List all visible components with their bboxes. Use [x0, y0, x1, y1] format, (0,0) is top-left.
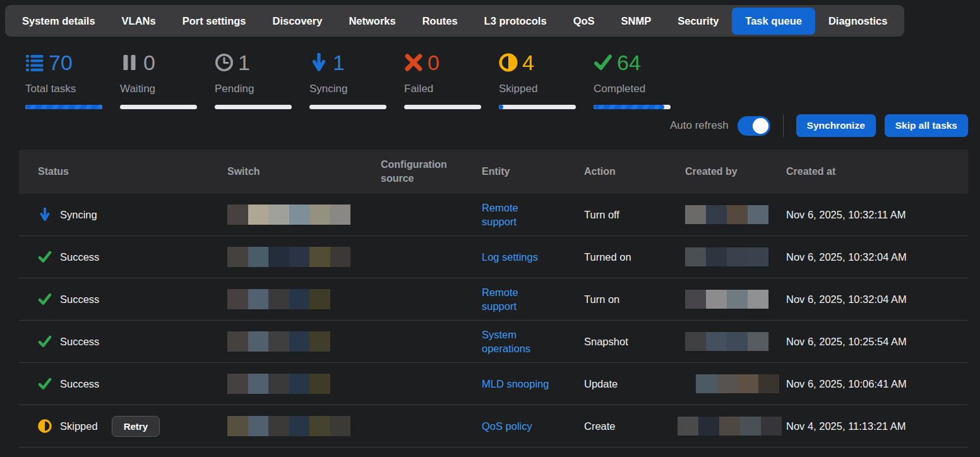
created-at-value: Nov 6, 2025, 10:06:41 AM [786, 377, 968, 391]
stat-progress-bar [404, 105, 481, 109]
stat-waiting: 0 Waiting [120, 50, 215, 109]
stat-failed: 0 Failed [404, 50, 499, 109]
half-circle-icon [38, 419, 52, 433]
skip-all-tasks-button[interactable]: Skip all tasks [885, 114, 968, 137]
action-value: Turn off [584, 208, 685, 222]
stat-value: 0 [427, 52, 439, 73]
column-header-switch: Switch [227, 165, 381, 179]
list-icon [25, 53, 44, 72]
created-at-value: Nov 4, 2025, 11:13:21 AM [786, 419, 968, 433]
entity-link[interactable]: MLD snooping [482, 377, 549, 391]
entity-link[interactable]: Remote support [482, 201, 540, 229]
entity-link[interactable]: System operations [482, 328, 545, 356]
stat-value: 1 [333, 52, 345, 73]
stat-label: Waiting [120, 83, 215, 95]
switch-redacted [227, 289, 381, 309]
tab-port-settings[interactable]: Port settings [169, 8, 260, 35]
status-label: Syncing [60, 208, 97, 222]
check-icon [38, 292, 52, 306]
stat-progress-bar [215, 105, 292, 109]
vertical-divider [783, 114, 784, 137]
tab-discovery[interactable]: Discovery [260, 8, 336, 35]
created-at-value: Nov 6, 2025, 10:32:04 AM [786, 292, 968, 306]
entity-link[interactable]: Remote support [482, 285, 540, 314]
switch-redacted [227, 205, 381, 225]
stat-pending: 1 Pending [215, 50, 309, 109]
check-icon [38, 377, 52, 391]
tab-diagnostics[interactable]: Diagnostics [815, 8, 901, 35]
pause-icon [120, 53, 139, 72]
status-label: Success [60, 250, 99, 264]
synchronize-button[interactable]: Synchronize [796, 114, 876, 137]
entity-link[interactable]: QoS policy [482, 419, 532, 433]
auto-refresh-label: Auto refresh [670, 119, 729, 132]
column-header-configuration-source: Configuration source [381, 158, 482, 185]
action-value: Snapshot [584, 335, 685, 348]
stat-value: 0 [143, 52, 155, 73]
table-row: Success Log settings Turned on Nov 6, 20… [19, 236, 968, 278]
check-icon [594, 53, 612, 72]
stat-value: 64 [617, 52, 641, 73]
switch-redacted [227, 416, 381, 436]
created-at-value: Nov 6, 2025, 10:25:54 AM [786, 335, 968, 348]
switch-redacted [227, 331, 381, 352]
stat-value: 1 [238, 52, 250, 73]
task-table: Status Switch Configuration source Entit… [19, 150, 968, 448]
status-label: Success [60, 292, 99, 306]
toggle-knob [753, 118, 768, 134]
check-icon [38, 250, 52, 264]
stat-completed: 64 Completed [594, 50, 688, 109]
table-row: Syncing Remote support Turn off Nov 6, 2… [19, 194, 968, 236]
action-value: Update [584, 377, 685, 391]
stat-progress-bar [25, 105, 102, 109]
stat-label: Completed [594, 83, 688, 95]
tab-l3-protocols[interactable]: L3 protocols [471, 8, 560, 35]
tab-vlans[interactable]: VLANs [109, 8, 169, 35]
stat-label: Skipped [499, 83, 594, 95]
tab-security[interactable]: Security [664, 8, 732, 35]
created-at-value: Nov 6, 2025, 10:32:11 AM [786, 208, 968, 222]
status-label: Success [60, 335, 99, 348]
stat-label: Failed [404, 83, 499, 95]
stat-progress-bar [594, 105, 671, 109]
top-tab-bar: System details VLANs Port settings Disco… [5, 5, 904, 37]
stat-syncing: 1 Syncing [309, 50, 404, 109]
stat-progress-bar [309, 105, 386, 109]
entity-link[interactable]: Log settings [482, 250, 538, 264]
action-value: Turn on [584, 292, 685, 306]
half-circle-icon [499, 53, 518, 72]
tab-routes[interactable]: Routes [409, 8, 471, 35]
stat-progress-bar [499, 105, 576, 109]
action-value: Create [584, 419, 685, 433]
table-row: Success MLD snooping Update Nov 6, 2025,… [19, 363, 968, 405]
created-by-redacted [678, 417, 786, 436]
tab-qos[interactable]: QoS [560, 8, 608, 35]
created-at-value: Nov 6, 2025, 10:32:04 AM [786, 250, 968, 264]
clock-icon [215, 53, 234, 72]
retry-button[interactable]: Retry [112, 416, 160, 437]
created-by-redacted [685, 332, 786, 351]
stat-total-tasks: 70 Total tasks [25, 50, 120, 109]
stat-value: 70 [49, 52, 73, 73]
tab-system-details[interactable]: System details [9, 8, 109, 35]
check-icon [38, 335, 52, 348]
task-stats: 70 Total tasks 0 Waiting 1 Pen [0, 37, 980, 109]
created-by-redacted [685, 290, 786, 309]
table-row: Success System operations Snapshot Nov 6… [19, 321, 968, 363]
stat-value: 4 [522, 52, 534, 73]
table-controls: Auto refresh Synchronize Skip all tasks [0, 113, 980, 138]
column-header-status: Status [19, 165, 227, 179]
tab-snmp[interactable]: SNMP [608, 8, 665, 35]
column-header-action: Action [584, 165, 685, 179]
status-label: Skipped [60, 419, 98, 433]
action-value: Turned on [584, 250, 685, 264]
created-by-redacted [685, 247, 786, 266]
tab-networks[interactable]: Networks [335, 8, 409, 35]
stat-label: Total tasks [25, 83, 120, 95]
auto-refresh-toggle[interactable] [738, 116, 770, 136]
column-header-entity: Entity [482, 165, 584, 179]
created-by-redacted [685, 205, 786, 224]
table-header-row: Status Switch Configuration source Entit… [19, 150, 968, 194]
stat-skipped: 4 Skipped [499, 50, 594, 109]
tab-task-queue[interactable]: Task queue [732, 8, 815, 35]
